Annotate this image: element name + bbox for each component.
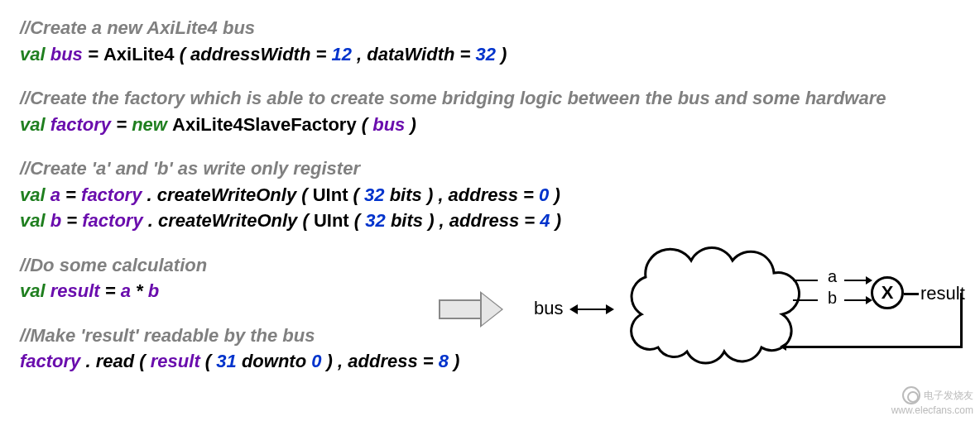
- bus-label: bus: [534, 298, 563, 319]
- b-label: b: [828, 289, 837, 310]
- arrow-right-icon: [866, 276, 872, 285]
- comment-line: //Create the factory which is able to cr…: [20, 87, 960, 110]
- fn-createwriteonly: createWriteOnly: [157, 184, 296, 205]
- comment-line: //Create a new AxiLite4 bus: [20, 17, 960, 40]
- block-diagram: bus a b X result: [439, 265, 968, 397]
- a-label: a: [828, 267, 837, 289]
- cloud-icon: [608, 240, 815, 377]
- keyword-val: val: [20, 44, 46, 65]
- wire-result: [904, 293, 919, 295]
- code-line: val bus = AxiLite4 ( addressWidth = 12 ,…: [20, 43, 960, 66]
- ident-result: result: [50, 280, 100, 301]
- multiplier-node: X: [871, 276, 904, 309]
- watermark: 电子发烧友 www.elecfans.com: [891, 386, 973, 416]
- type-axilite4: AxiLite4: [103, 44, 175, 65]
- code-line: val b = factory . createWriteOnly ( UInt…: [20, 209, 960, 232]
- wire-b: [793, 299, 818, 301]
- ident-bus: bus: [50, 44, 83, 65]
- code-line: val factory = new AxiLite4SlaveFactory (…: [20, 113, 960, 136]
- type-axilite4slavefactory: AxiLite4SlaveFactory: [172, 114, 357, 135]
- wire-a: [793, 280, 818, 281]
- elecfans-logo-icon: [902, 386, 920, 404]
- ident-factory: factory: [50, 114, 111, 135]
- ident-a: a: [50, 184, 60, 205]
- code-line: val a = factory . createWriteOnly ( UInt…: [20, 184, 960, 207]
- fn-read: read: [96, 351, 134, 371]
- result-label: result: [920, 283, 965, 304]
- ab-labels: a b: [828, 267, 837, 310]
- arrow-left-icon: [780, 342, 786, 351]
- ident-b: b: [50, 210, 61, 231]
- comment-line: //Create 'a' and 'b' as write only regis…: [20, 157, 960, 180]
- page-root: //Create a new AxiLite4 bus val bus = Ax…: [0, 0, 980, 421]
